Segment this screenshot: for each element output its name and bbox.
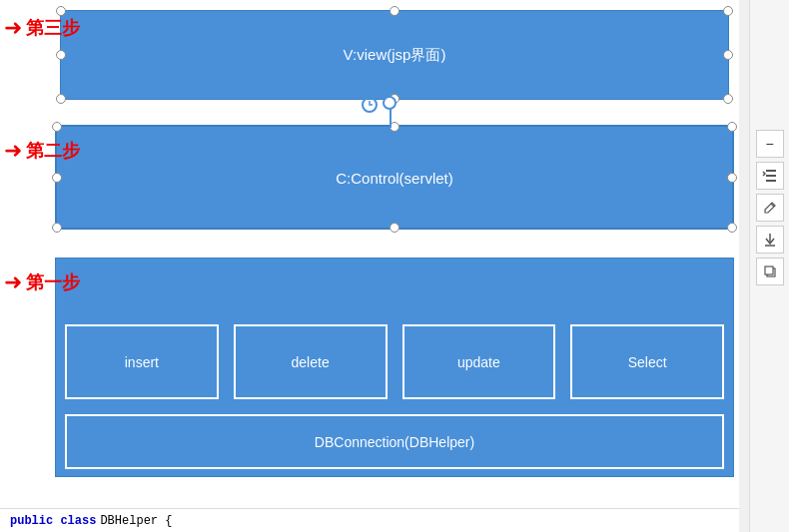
dbconn-button[interactable]: DBConnection(DBHelper): [65, 414, 724, 469]
handle-br[interactable]: [723, 94, 733, 104]
handle-ml[interactable]: [56, 50, 66, 60]
handle-bl[interactable]: [56, 94, 66, 104]
handle-tr[interactable]: [723, 6, 733, 16]
svg-rect-1: [766, 170, 776, 172]
handle-tc[interactable]: [390, 6, 399, 16]
insert-button[interactable]: insert: [65, 324, 219, 399]
step2-label-text: 第二步: [26, 139, 80, 163]
dbconn-row: DBConnection(DBHelper): [65, 414, 724, 469]
code-classname: DBHelper {: [100, 514, 172, 528]
toolbar-indent-btn[interactable]: [756, 162, 784, 190]
connector-icon: [361, 96, 379, 118]
svg-rect-2: [766, 175, 776, 177]
step1-label-text: 第一步: [26, 270, 80, 294]
s2-handle-tr[interactable]: [727, 122, 737, 132]
s2-handle-mr[interactable]: [727, 173, 737, 183]
update-button[interactable]: update: [402, 324, 556, 399]
s2-handle-br[interactable]: [727, 223, 737, 233]
step3-label-group: ➜ 第三步: [4, 15, 80, 41]
step2-label-group: ➜ 第二步: [4, 138, 80, 164]
step2-content-text: C:Control(servlet): [336, 169, 453, 186]
toolbar-minus-btn[interactable]: −: [756, 130, 784, 158]
arrow-icon-1: ➜: [4, 269, 22, 295]
step2-block: C:Control(servlet): [55, 125, 734, 230]
svg-rect-3: [766, 180, 776, 182]
svg-rect-8: [765, 266, 773, 274]
handle-mr[interactable]: [723, 50, 733, 60]
s2-handle-tl[interactable]: [52, 122, 62, 132]
ops-row: insert delete update Select: [65, 324, 724, 399]
arrow-icon-3: ➜: [4, 15, 22, 41]
arrow-icon-2: ➜: [4, 138, 22, 164]
s2-handle-ml[interactable]: [52, 173, 62, 183]
step3-label-text: 第三步: [26, 16, 80, 40]
code-line: public class DBHelper {: [0, 508, 739, 532]
step1-label-group: ➜ 第一步: [4, 269, 80, 295]
toolbar-pencil-btn[interactable]: [756, 194, 784, 222]
select-button[interactable]: Select: [570, 324, 724, 399]
main-canvas: V:view(jsp界面) C:Control(servlet) insert …: [0, 0, 739, 532]
s2-handle-bc[interactable]: [390, 223, 399, 233]
step3-content-text: V:view(jsp界面): [344, 46, 446, 65]
connector-dot-top: [383, 96, 396, 110]
step3-block: V:view(jsp界面): [60, 10, 729, 100]
toolbar-download-btn[interactable]: [756, 226, 784, 254]
right-toolbar: −: [749, 0, 789, 532]
toolbar-copy-btn[interactable]: [756, 258, 784, 285]
delete-button[interactable]: delete: [234, 324, 388, 399]
code-keyword: public class: [10, 514, 96, 528]
s2-handle-bl[interactable]: [52, 223, 62, 233]
